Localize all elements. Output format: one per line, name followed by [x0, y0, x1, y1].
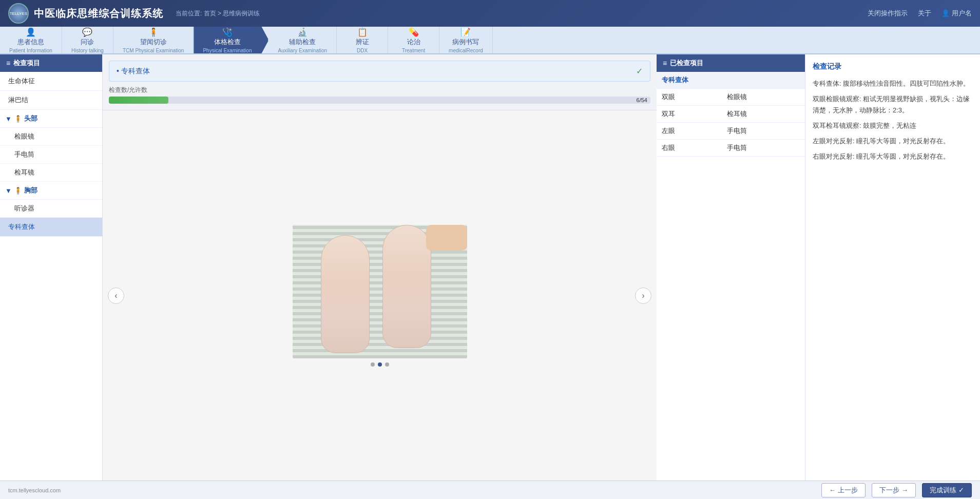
- next-step-button[interactable]: 下一步 →: [872, 483, 916, 497]
- nav-label-en: Treatment: [402, 48, 425, 53]
- close-guide-button[interactable]: 关闭操作指示: [868, 9, 908, 18]
- ddx-icon: 📋: [357, 27, 368, 37]
- nav-label-zh: 患者信息: [17, 37, 44, 47]
- menu-stethoscope[interactable]: 听诊器: [0, 200, 102, 218]
- menu-group-chest[interactable]: ▼ 🧍 胸部: [0, 182, 102, 200]
- progress-bar-fill: [109, 97, 168, 104]
- body-part: 右眼: [657, 140, 722, 157]
- nav-record[interactable]: 📝 病例书写 medicalRecord: [439, 27, 493, 53]
- menu-ophthalmoscope[interactable]: 检眼镜: [0, 128, 102, 146]
- body-part: 左眼: [657, 123, 722, 140]
- table-row: 双耳 检耳镜: [657, 106, 805, 123]
- chest-icon: 🧍: [14, 187, 22, 195]
- aux-icon: 🔬: [297, 27, 308, 37]
- leg-left: [321, 235, 370, 353]
- progress-bar-background: 6/54: [109, 97, 650, 104]
- left-menu: 生命体征 淋巴结 ▼ 🧍 头部 检眼镜 手电筒 检耳镜: [0, 72, 102, 481]
- physical-icon: 🩺: [222, 27, 233, 37]
- nav-label-en: History talking: [71, 48, 104, 53]
- nav-aux-exam[interactable]: 🔬 辅助检查 Auxiliary Examination: [268, 27, 337, 53]
- nav-label-zh: 辨证: [356, 37, 369, 47]
- nav-treatment[interactable]: 💊 论治 Treatment: [388, 27, 439, 53]
- exam-item-row[interactable]: • 专科查体 ✓: [109, 61, 650, 82]
- note-line-4: 左眼对光反射: 瞳孔等大等圆，对光反射存在。: [813, 136, 973, 147]
- logo: TELLYES 中医临床思维综合训练系统: [8, 3, 163, 24]
- list-icon: ≡: [663, 59, 667, 67]
- menu-specialist-exam[interactable]: 专科查体: [0, 218, 102, 237]
- treatment-icon: 💊: [409, 27, 419, 37]
- right-panel-header: ≡ 已检查项目: [657, 54, 805, 72]
- next-image-button[interactable]: ›: [635, 287, 651, 304]
- menu-group-head[interactable]: ▼ 🧍 头部: [0, 110, 102, 128]
- nav-label-en: Auxiliary Examination: [278, 48, 327, 53]
- nav-label-en: DDX: [357, 48, 368, 53]
- left-arrow-icon: ←: [829, 486, 836, 494]
- nav-label-en: Patient Information: [9, 48, 52, 53]
- body-part: 双耳: [657, 106, 722, 123]
- note-line-2: 双眼检眼镜观察: 粗试无明显视野缺损，视乳头：边缘清楚，无水肿，动静脉比：2:3…: [813, 93, 973, 116]
- image-dots: [371, 362, 389, 367]
- nav-inquiry[interactable]: 💬 问诊 History talking: [62, 27, 113, 53]
- about-button[interactable]: 关于: [918, 9, 931, 18]
- breadcrumb: 当前位置: 首页 > 思维病例训练: [176, 9, 260, 18]
- dot-3[interactable]: [385, 362, 389, 367]
- leg-right: [382, 225, 431, 348]
- progress-text: 6/54: [637, 97, 647, 104]
- tcm-icon: 🧍: [148, 27, 159, 37]
- record-icon: 📝: [460, 27, 471, 37]
- nav-label-en: medicalRecord: [449, 48, 483, 53]
- nav-patient-info[interactable]: 👤 患者信息 Patient Information: [0, 27, 62, 53]
- center-main: • 专科查体 ✓ 检查数/允许数 6/54: [103, 54, 657, 481]
- chevron-down-icon: ▼: [5, 115, 12, 123]
- nav-label-zh: 病例书写: [452, 37, 479, 47]
- header: TELLYES 中医临床思维综合训练系统 当前位置: 首页 > 思维病例训练 关…: [0, 0, 980, 27]
- footer: tcm.tellyescloud.com ← 上一步 下一步 → 完成训练 ✓: [0, 481, 980, 499]
- body-part: 双眼: [657, 89, 722, 106]
- section-label: 专科查体: [657, 72, 805, 89]
- left-panel: ≡ 检查项目 生命体征 淋巴结 ▼ 🧍 头部 检眼镜: [0, 54, 103, 481]
- menu-flashlight[interactable]: 手电筒: [0, 146, 102, 164]
- left-panel-header: ≡ 检查项目: [0, 54, 102, 72]
- right-arrow-icon: →: [901, 486, 908, 494]
- user-avatar[interactable]: 👤 用户名: [941, 9, 972, 18]
- note-line-3: 双耳检耳镜观察: 鼓膜完整，无粘连: [813, 120, 973, 131]
- patient-icon: 👤: [26, 27, 36, 37]
- nav-label-zh: 问诊: [81, 37, 94, 47]
- nav-bar: 👤 患者信息 Patient Information 💬 问诊 History …: [0, 27, 980, 54]
- table-row: 双眼 检眼镜: [657, 89, 805, 106]
- right-panel-title: 已检查项目: [670, 59, 703, 68]
- checked-items-list: 专科查体 双眼 检眼镜 双耳 检耳镜 左眼 手电筒: [657, 72, 805, 481]
- app-title: 中医临床思维综合训练系统: [34, 7, 163, 21]
- nav-label-en: TCM Physical Examination: [123, 48, 184, 53]
- left-panel-title: 检查项目: [13, 59, 40, 68]
- nav-label-zh: 体格检查: [214, 37, 241, 47]
- dot-1[interactable]: [371, 362, 375, 367]
- tool-name: 检眼镜: [722, 89, 805, 106]
- notes-panel: 检查记录 专科查体: 腹部移动性浊音阳性。四肢可凹陷性水肿。 双眼检眼镜观察: …: [805, 54, 980, 481]
- nav-label-zh: 论治: [407, 37, 420, 47]
- menu-otoscope[interactable]: 检耳镜: [0, 164, 102, 182]
- nav-physical-exam[interactable]: 🩺 体格检查 Physical Examination: [194, 27, 268, 53]
- menu-vital-signs[interactable]: 生命体征: [0, 72, 102, 91]
- dot-2[interactable]: [378, 362, 382, 367]
- inquiry-icon: 💬: [82, 27, 92, 37]
- head-icon: 🧍: [14, 115, 22, 123]
- exam-item-label: • 专科查体: [117, 67, 150, 76]
- tool-name: 手电筒: [722, 140, 805, 157]
- center-inner: • 专科查体 ✓ 检查数/允许数 6/54: [103, 54, 657, 481]
- nav-label-zh: 望闻切诊: [140, 37, 167, 47]
- finish-training-button[interactable]: 完成训练 ✓: [922, 483, 972, 497]
- legs-photo: [293, 225, 467, 358]
- right-panel: ≡ 已检查项目 专科查体 双眼 检眼镜 双耳: [657, 54, 805, 481]
- prev-step-button[interactable]: ← 上一步: [821, 483, 866, 497]
- exam-image: [293, 225, 467, 358]
- chevron-down-icon: ▼: [5, 187, 12, 195]
- nav-label-en: Physical Examination: [203, 48, 252, 53]
- logo-icon: TELLYES: [8, 3, 29, 24]
- nav-tcm-exam[interactable]: 🧍 望闻切诊 TCM Physical Examination: [113, 27, 194, 53]
- table-row: 右眼 手电筒: [657, 140, 805, 157]
- prev-image-button[interactable]: ‹: [108, 287, 124, 304]
- nav-ddx[interactable]: 📋 辨证 DDX: [337, 27, 388, 53]
- menu-lymph-nodes[interactable]: 淋巴结: [0, 91, 102, 110]
- nav-label-zh: 辅助检查: [289, 37, 316, 47]
